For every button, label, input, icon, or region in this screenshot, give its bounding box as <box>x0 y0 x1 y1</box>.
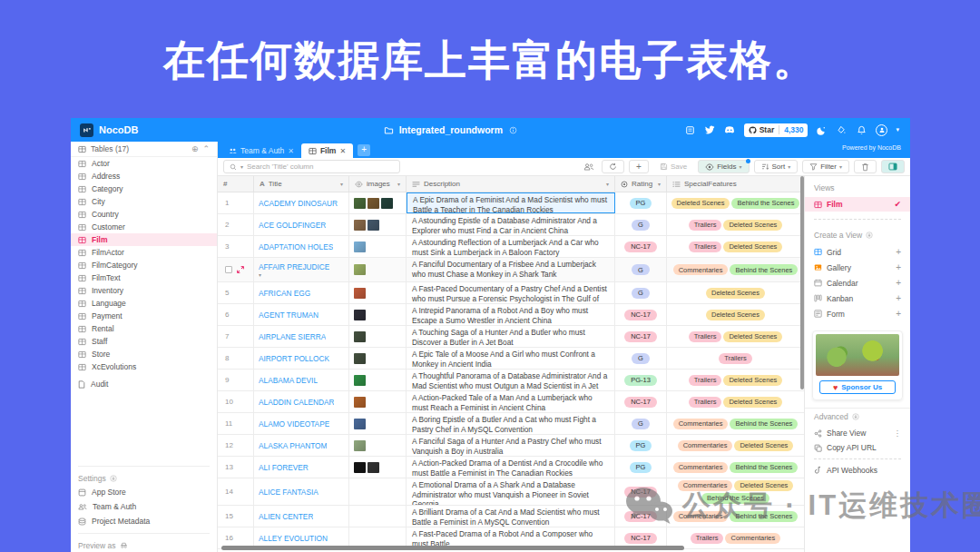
sidebar-table-item-staff[interactable]: Staff <box>71 335 217 348</box>
image-thumbnail[interactable] <box>354 242 366 252</box>
film-title-link[interactable]: ALIEN CENTER <box>259 512 313 521</box>
add-view-icon[interactable]: + <box>896 309 901 319</box>
specialfeatures-cell[interactable]: CommentariesDeleted ScenesBehind the Sce… <box>667 478 804 505</box>
row-number-cell[interactable]: 7 <box>218 326 254 347</box>
specialfeatures-cell[interactable]: Deleted ScenesBehind the Scenes <box>667 192 804 213</box>
film-title-link[interactable]: ACADEMY DINOSAUR <box>259 199 338 208</box>
image-thumbnail[interactable] <box>368 198 379 209</box>
close-tab-icon[interactable]: ✕ <box>339 147 346 155</box>
images-cell[interactable] <box>349 413 407 434</box>
title-cell[interactable]: ALASKA PHANTOM <box>254 435 349 456</box>
description-cell[interactable]: A Fanciful Saga of a Hunter And a Pastry… <box>407 435 615 456</box>
col-caret-icon[interactable]: ▾ <box>397 181 400 187</box>
image-thumbnail[interactable] <box>354 353 366 364</box>
film-title-link[interactable]: ADAPTATION HOLES <box>259 242 333 251</box>
image-thumbnail[interactable] <box>354 440 366 451</box>
title-cell[interactable]: ALICE FANTASIA <box>254 478 349 505</box>
film-title-link[interactable]: ALLEY EVOLUTION <box>259 534 328 543</box>
notifications-bell-icon[interactable] <box>856 124 867 136</box>
images-cell[interactable] <box>349 435 407 456</box>
row-checkbox[interactable] <box>225 266 232 273</box>
images-cell[interactable] <box>349 258 407 281</box>
film-title-link[interactable]: AGENT TRUMAN <box>259 310 318 320</box>
twitter-icon[interactable] <box>704 124 716 136</box>
images-cell[interactable] <box>349 326 407 347</box>
docs-icon[interactable] <box>684 124 696 136</box>
rating-cell[interactable]: NC-17 <box>615 506 667 527</box>
discord-icon[interactable] <box>724 124 736 136</box>
description-cell[interactable]: A Thoughtful Panorama of a Database Admi… <box>407 370 615 390</box>
film-title-link[interactable]: ALI FOREVER <box>259 463 309 472</box>
row-number-cell[interactable]: 5 <box>218 282 254 303</box>
rating-cell[interactable]: NC-17 <box>615 304 667 325</box>
description-cell[interactable]: A Action-Packed Drama of a Dentist And a… <box>407 457 615 478</box>
film-title-link[interactable]: ALICE FANTASIA <box>259 488 318 497</box>
col-specialfeatures[interactable]: SpecialFeatures <box>667 176 804 192</box>
title-cell[interactable]: AIRPLANE SIERRA <box>254 326 349 347</box>
images-cell[interactable] <box>349 391 407 412</box>
images-cell[interactable] <box>349 282 407 303</box>
specialfeatures-cell[interactable]: TrailersDeleted Scenes <box>667 370 804 390</box>
sidebar-table-item-actor[interactable]: Actor <box>71 157 217 170</box>
film-title-link[interactable]: AIRPLANE SIERRA <box>259 332 326 341</box>
row-number-cell[interactable]: 12 <box>218 435 254 456</box>
rating-cell[interactable]: G <box>615 282 667 303</box>
images-cell[interactable] <box>349 192 407 213</box>
rating-cell[interactable]: NC-17 <box>615 326 667 347</box>
sidebar-item-team-auth[interactable]: Team & Auth <box>71 499 217 514</box>
cell-caret-icon[interactable]: ▾ <box>259 271 329 278</box>
specialfeatures-cell[interactable]: CommentariesDeleted Scenes <box>667 435 804 456</box>
add-view-icon[interactable]: + <box>896 278 901 288</box>
project-info-icon[interactable] <box>507 124 519 136</box>
user-menu-caret-icon[interactable]: ▾ <box>896 126 899 133</box>
specialfeatures-cell[interactable]: Deleted Scenes <box>667 282 804 303</box>
film-title-link[interactable]: ACE GOLDFINGER <box>259 221 326 230</box>
sidebar-table-item-language[interactable]: Language <box>71 297 217 310</box>
col-caret-icon[interactable]: ▾ <box>340 181 343 187</box>
share-view-menu-icon[interactable]: ⋮ <box>894 429 902 438</box>
specialfeatures-cell[interactable]: CommentariesBehind the Scenes <box>667 457 804 478</box>
row-number-cell[interactable]: 2 <box>218 214 254 235</box>
tab-film[interactable]: Film ✕ <box>301 143 353 158</box>
filter-button[interactable]: Filter ▾ <box>802 160 849 173</box>
add-view-icon[interactable]: + <box>896 262 901 272</box>
create-view-item-grid[interactable]: Grid+ <box>805 244 910 260</box>
images-cell[interactable] <box>349 506 407 527</box>
description-cell[interactable]: A Astounding Reflection of a Lumberjack … <box>407 236 615 257</box>
row-number-cell[interactable]: 10 <box>218 391 254 412</box>
save-button[interactable]: Save <box>653 160 693 173</box>
images-cell[interactable] <box>349 304 407 325</box>
specialfeatures-cell[interactable]: CommentariesBehind the Scenes <box>667 506 804 527</box>
image-thumbnail[interactable] <box>354 264 366 275</box>
description-cell[interactable]: A Fanciful Documentary of a Frisbee And … <box>407 258 615 281</box>
sidebar-table-item-category[interactable]: Category <box>71 182 217 195</box>
sidebar-item-audit[interactable]: Audit <box>71 377 217 391</box>
close-tab-icon[interactable]: ✕ <box>288 147 294 155</box>
row-number-cell[interactable]: 1 <box>218 192 254 213</box>
images-cell[interactable] <box>349 348 407 369</box>
sidebar-table-item-filmtext[interactable]: FilmText <box>71 271 217 284</box>
description-cell[interactable]: A Emotional Drama of a A Shark And a Dat… <box>407 478 615 505</box>
api-webhooks-item[interactable]: API Webhooks <box>805 463 910 478</box>
sidebar-item-app-store[interactable]: App Store <box>71 485 217 499</box>
specialfeatures-cell[interactable]: CommentariesBehind the Scenes <box>667 413 804 434</box>
rating-cell[interactable]: PG <box>615 435 667 456</box>
image-thumbnail[interactable] <box>354 419 366 429</box>
reload-button[interactable] <box>602 160 624 173</box>
image-thumbnail[interactable] <box>354 198 366 209</box>
github-star-button[interactable]: Star 4,330 <box>744 123 808 137</box>
description-cell[interactable]: A Intrepid Panorama of a Robot And a Boy… <box>407 304 615 325</box>
film-title-link[interactable]: ALABAMA DEVIL <box>259 376 318 385</box>
title-cell[interactable]: ALAMO VIDEOTAPE <box>254 413 349 434</box>
description-cell[interactable]: A Brilliant Drama of a Cat And a Mad Sci… <box>407 506 615 527</box>
film-title-link[interactable]: AFFAIR PREJUDICE <box>259 262 329 271</box>
rating-cell[interactable]: PG <box>615 192 667 213</box>
col-caret-icon[interactable]: ▾ <box>658 181 661 187</box>
specialfeatures-cell[interactable]: TrailersDeleted Scenes <box>667 391 804 412</box>
specialfeatures-cell[interactable]: TrailersDeleted Scenes <box>667 236 804 257</box>
image-thumbnail[interactable] <box>354 288 366 299</box>
sidebar-table-item-store[interactable]: Store <box>71 348 217 360</box>
image-thumbnail[interactable] <box>354 462 366 473</box>
sponsor-us-button[interactable]: ♥ Sponsor Us <box>819 380 896 394</box>
add-view-icon[interactable]: + <box>896 247 901 257</box>
